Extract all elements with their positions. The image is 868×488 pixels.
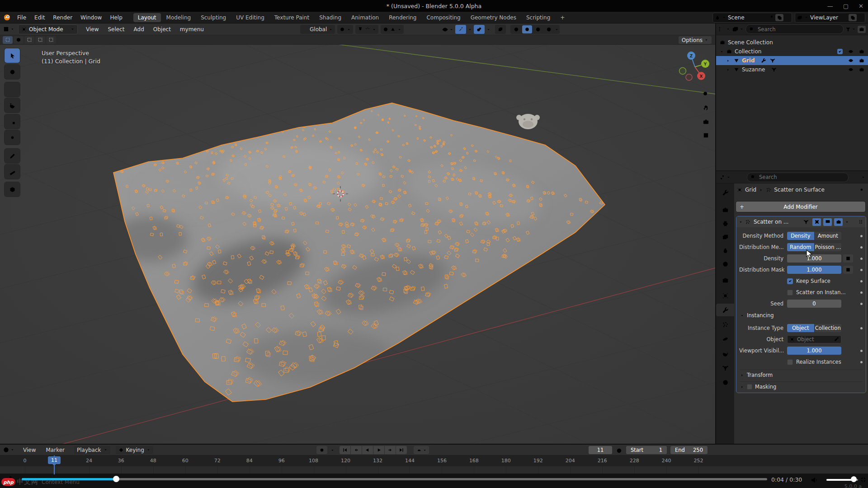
tool-transform[interactable] xyxy=(5,130,20,145)
properties-search-input[interactable] xyxy=(758,174,805,181)
stopwatch-icon[interactable] xyxy=(616,447,623,454)
minimize-button[interactable]: — xyxy=(827,3,833,9)
add-modifier-button[interactable]: + Add Modifier xyxy=(736,202,865,212)
timeline-ruler[interactable]: 11 0243648607284961081201321441561681801… xyxy=(0,455,868,466)
masking-section-header[interactable]: Masking xyxy=(740,381,862,392)
show-object-types-dropdown[interactable] xyxy=(442,26,453,33)
animate-dot[interactable] xyxy=(860,303,863,305)
tool-cursor[interactable] xyxy=(5,65,20,79)
close-button[interactable]: ✕ xyxy=(859,3,863,9)
distribution-poisson-button[interactable]: Poisson ... xyxy=(815,243,842,251)
viewport-3d[interactable]: User Perspective (11) Collection | Grid … xyxy=(0,45,715,444)
hide-eye-icon[interactable] xyxy=(848,49,854,54)
shading-rendered-button[interactable] xyxy=(544,25,554,33)
seed-field[interactable]: 0 xyxy=(787,300,841,308)
new-collection-button[interactable] xyxy=(858,26,866,33)
props-tab-world[interactable] xyxy=(716,258,734,270)
proportional-edit-widget[interactable] xyxy=(381,25,404,34)
workspace-tab-shading[interactable]: Shading xyxy=(315,13,346,22)
viewlayer-selector[interactable]: ViewLayer xyxy=(795,13,865,23)
player-progress-handle[interactable] xyxy=(113,476,119,482)
animate-dot[interactable] xyxy=(860,291,863,294)
pivot-point-dropdown[interactable] xyxy=(337,25,353,34)
instancing-section-header[interactable]: Instancing xyxy=(740,310,774,320)
prev-keyframe-button[interactable] xyxy=(351,446,362,454)
properties-editor-type-button[interactable] xyxy=(719,174,731,181)
viewport-visibility-slider[interactable]: 1.000 xyxy=(787,347,841,355)
new-scene-button[interactable] xyxy=(775,14,783,21)
scene-selector[interactable]: Scene xyxy=(712,13,792,23)
options-button[interactable]: Options xyxy=(679,36,712,44)
shading-options-chevron[interactable] xyxy=(555,28,559,32)
timeline-menu-marker[interactable]: Marker xyxy=(41,447,69,453)
animate-dot[interactable] xyxy=(860,258,863,260)
tool-measure[interactable] xyxy=(5,164,20,179)
keep-surface-checkbox[interactable] xyxy=(787,278,793,284)
vertex-group-toggle[interactable] xyxy=(802,218,810,226)
current-frame-field[interactable]: 11 xyxy=(589,446,612,454)
snap-widget[interactable] xyxy=(355,25,378,34)
proportional-edit-icon[interactable] xyxy=(383,27,388,32)
animate-dot[interactable] xyxy=(860,350,863,352)
select-mode-tweak-button[interactable] xyxy=(3,36,13,44)
props-tab-material[interactable] xyxy=(716,376,734,389)
viewport-menu-add[interactable]: Add xyxy=(129,26,149,33)
menu-file[interactable]: File xyxy=(13,14,30,21)
properties-options-chevron[interactable] xyxy=(861,175,865,179)
show-overlays-toggle[interactable] xyxy=(474,25,485,34)
modifier-panel-header[interactable]: Scatter on ... xyxy=(736,216,866,227)
unlink-scene-icon[interactable] xyxy=(785,15,790,20)
navigation-gizmo[interactable]: Z Y X xyxy=(677,49,712,84)
viewport-menu-view[interactable]: View xyxy=(81,26,103,33)
props-tab-constraints[interactable] xyxy=(716,347,734,360)
animate-dot[interactable] xyxy=(860,361,863,363)
play-reverse-button[interactable] xyxy=(362,446,373,454)
animate-dot[interactable] xyxy=(860,327,863,329)
outliner-filter-button[interactable] xyxy=(845,27,856,32)
viewport-ortho-toggle[interactable] xyxy=(700,129,712,141)
outliner-display-mode-dropdown[interactable] xyxy=(718,26,730,33)
animate-dot[interactable] xyxy=(860,246,863,249)
tool-move[interactable] xyxy=(5,82,20,97)
axis-neg-x[interactable] xyxy=(686,74,692,80)
density-texture-button[interactable] xyxy=(843,254,853,263)
play-button[interactable] xyxy=(373,446,384,454)
viewport-canvas[interactable] xyxy=(0,45,715,444)
transform-section-header[interactable]: Transform xyxy=(740,370,862,380)
props-tab-physics[interactable] xyxy=(716,333,734,345)
frame-start-field[interactable]: Start 1 xyxy=(626,446,667,454)
hide-eye-icon[interactable] xyxy=(848,58,854,63)
distribution-mask-slider[interactable]: 1.000 xyxy=(787,266,841,274)
axis-neg-y[interactable] xyxy=(679,68,686,75)
jump-to-start-button[interactable] xyxy=(340,446,350,454)
density-method-amount-button[interactable]: Amount xyxy=(815,232,842,240)
tool-scale[interactable] xyxy=(5,114,20,129)
props-tab-view-layer[interactable] xyxy=(716,230,734,243)
tool-add-cube[interactable] xyxy=(5,182,20,197)
object-picker-field[interactable]: Object xyxy=(787,335,841,343)
tool-select-box[interactable] xyxy=(5,48,20,63)
overlay-options-chevron[interactable] xyxy=(486,28,491,32)
density-method-density-button[interactable]: Density xyxy=(787,232,814,240)
select-mode-subtract-button[interactable] xyxy=(35,36,45,44)
disable-render-icon[interactable] xyxy=(859,49,864,54)
disable-render-icon[interactable] xyxy=(859,67,864,72)
collapse-icon[interactable] xyxy=(739,220,743,224)
editor-type-button[interactable] xyxy=(3,26,14,33)
expand-icon[interactable] xyxy=(726,68,730,72)
timeline-editor-type-button[interactable] xyxy=(3,446,14,453)
outliner-restriction-dropdown[interactable] xyxy=(732,26,744,33)
viewport-pan-button[interactable] xyxy=(700,102,712,113)
breadcrumb-modifier[interactable]: Scatter on Surface xyxy=(774,187,825,193)
realize-instances-checkbox[interactable] xyxy=(787,359,793,365)
workspace-tab-scripting[interactable]: Scripting xyxy=(522,13,555,22)
tool-annotate[interactable] xyxy=(5,149,20,163)
player-progress-bar[interactable] xyxy=(22,478,767,480)
menu-edit[interactable]: Edit xyxy=(30,14,49,21)
transform-orientation-dropdown[interactable]: Global xyxy=(300,25,335,34)
masking-checkbox[interactable] xyxy=(747,384,752,389)
xray-toggle[interactable] xyxy=(495,25,506,34)
props-tab-output[interactable] xyxy=(716,217,734,230)
auto-keying-record-button[interactable] xyxy=(316,446,327,454)
props-tab-modifiers[interactable] xyxy=(716,304,734,316)
